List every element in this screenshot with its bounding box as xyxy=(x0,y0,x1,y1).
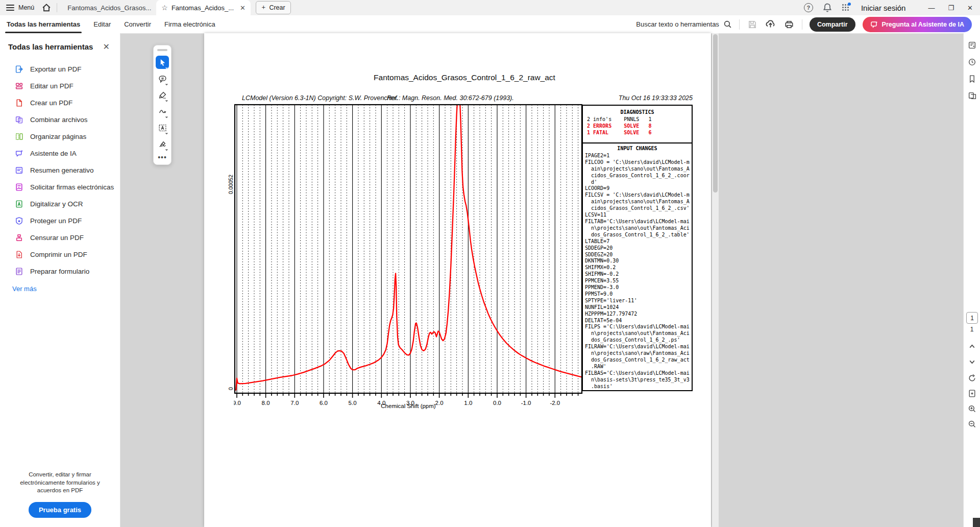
lcmodel-header: LCModel (Version 6.3-1N) Copyright: S.W.… xyxy=(204,94,711,103)
sidebar-item-resumen-generativo[interactable]: Resumen generativo xyxy=(0,162,120,179)
sidebar-item-censurar-un-pdf[interactable]: Censurar un PDF xyxy=(0,229,120,246)
ai-assistant-icon xyxy=(15,149,23,158)
zoom-in-icon[interactable] xyxy=(964,402,980,415)
sidebar-item-crear-un-pdf[interactable]: Crear un PDF xyxy=(0,94,120,111)
comment-tool[interactable] xyxy=(156,72,169,85)
diagnostics-box: DIAGNOSTICS 2 info's PNNLS 12 ERRORS SOL… xyxy=(582,105,693,143)
gen-summary-panel-icon[interactable] xyxy=(964,38,980,52)
cloud-upload-icon[interactable] xyxy=(765,19,776,30)
menu-label[interactable]: Menú xyxy=(18,4,34,11)
sidebar-item-label: Exportar un PDF xyxy=(30,65,82,73)
tab-active-document[interactable]: ☆ Fantomas_Acidos_... ✕ xyxy=(156,0,251,15)
sidebar-item-label: Asistente de IA xyxy=(30,150,77,157)
sidebar-item-combinar-archivos[interactable]: Combinar archivos xyxy=(0,111,120,128)
tool-list: Exportar un PDF Editar un PDF Crear un P… xyxy=(0,61,120,280)
window-close-button[interactable]: ✕ xyxy=(967,4,973,12)
divider xyxy=(802,19,802,30)
rotate-page-icon[interactable] xyxy=(964,371,980,385)
sidebar-item-editar-un-pdf[interactable]: Editar un PDF xyxy=(0,78,120,94)
next-page-chevron-icon[interactable] xyxy=(964,355,980,368)
lcmodel-copyright: LCModel (Version 6.3-1N) Copyright: S.W.… xyxy=(242,94,398,102)
nav-convert[interactable]: Convertir xyxy=(117,15,158,33)
nav-edit[interactable]: Editar xyxy=(87,15,117,33)
fit-page-icon[interactable] xyxy=(964,387,980,400)
menu-icon[interactable] xyxy=(6,5,14,11)
sidebar-item-label: Combinar archivos xyxy=(30,116,88,124)
spectrum-title: Fantomas_Acidos_Grasos_Control_1_6_2_raw… xyxy=(235,73,694,82)
sidebar-close-icon[interactable]: ✕ xyxy=(101,42,112,52)
sidebar-item-label: Censurar un PDF xyxy=(30,234,84,242)
zoom-out-icon[interactable] xyxy=(964,417,980,430)
comments-panel-icon[interactable] xyxy=(964,55,980,68)
protect-pdf-icon xyxy=(15,217,23,225)
title-bar: Menú Fantomas_Acidos_Grasos... ☆ Fantoma… xyxy=(0,0,980,15)
window-minimize-button[interactable]: — xyxy=(928,4,935,12)
select-tool[interactable] xyxy=(156,56,169,69)
text-select-tool[interactable] xyxy=(156,121,169,134)
sidebar-item-solicitar-firmas-electronicas[interactable]: Solicitar firmas electrónicas xyxy=(0,179,120,196)
diagnostics-title: DIAGNOSTICS xyxy=(583,109,692,115)
edit-pdf-icon xyxy=(15,82,23,90)
ai-chat-icon xyxy=(870,20,878,29)
sidebar-title: Todas las herramientas xyxy=(8,42,93,51)
request-signatures-icon xyxy=(15,183,23,191)
sidebar-item-label: Crear un PDF xyxy=(30,99,72,107)
bookmarks-panel-icon[interactable] xyxy=(964,72,980,85)
help-icon[interactable]: ? xyxy=(804,3,813,12)
nav-all-tools[interactable]: Todas las herramientas xyxy=(0,15,87,33)
divider xyxy=(57,3,57,12)
sign-in-button[interactable]: Iniciar sesión xyxy=(861,4,906,12)
prepare-form-icon xyxy=(15,267,23,276)
ai-assistant-button[interactable]: Pregunta al Asistente de IA xyxy=(863,17,972,32)
sidebar-item-comprimir-un-pdf[interactable]: Comprimir un PDF xyxy=(0,246,120,263)
input-changes-box: INPUT CHANGES IPAGE2=1 FILCOO = 'C:\User… xyxy=(582,142,693,391)
sidebar-item-organizar-paginas[interactable]: Organizar páginas xyxy=(0,128,120,145)
y-axis-max-label: 0.00052 xyxy=(228,169,234,200)
diagnostics-rows: 2 info's PNNLS 12 ERRORS SOLVE 81 FATAL … xyxy=(583,116,692,136)
sidebar-item-proteger-un-pdf[interactable]: Proteger un PDF xyxy=(0,212,120,229)
print-icon[interactable] xyxy=(783,19,795,30)
search-input[interactable]: Buscar texto o herramientas xyxy=(636,20,732,29)
star-icon[interactable]: ☆ xyxy=(161,4,168,12)
previous-page-chevron-icon[interactable] xyxy=(964,340,980,353)
share-button[interactable]: Compartir xyxy=(810,17,855,32)
more-tools-icon[interactable]: ••• xyxy=(158,153,167,161)
promo-text: Convertir, editar y firmar electrónicame… xyxy=(9,471,111,495)
current-page-input[interactable]: 1 xyxy=(966,312,978,324)
scrollbar-thumb[interactable] xyxy=(713,34,718,193)
free-trial-button[interactable]: Prueba gratis xyxy=(29,502,91,518)
sidebar-item-digitalizar-y-ocr[interactable]: Digitalizar y OCR xyxy=(0,196,120,212)
home-icon[interactable] xyxy=(41,3,52,13)
sidebar-item-asistente-de-ia[interactable]: Asistente de IA xyxy=(0,145,120,162)
save-icon[interactable] xyxy=(747,19,758,30)
window-restore-button[interactable]: ❐ xyxy=(948,4,954,12)
draw-tool[interactable] xyxy=(156,105,169,118)
see-more-link[interactable]: Ver más xyxy=(12,285,37,293)
spectrum-chart: 9.08.07.06.05.04.03.02.01.00.0-1.0-2.0 xyxy=(234,104,583,410)
create-tab-button[interactable]: ＋ Crear xyxy=(256,1,291,14)
sidebar-item-exportar-un-pdf[interactable]: Exportar un PDF xyxy=(0,61,120,78)
pdf-page: Fantomas_Acidos_Grasos_Control_1_6_2_raw… xyxy=(204,33,711,527)
fill-sign-tool[interactable] xyxy=(156,137,169,151)
y-axis-zero-label: 0 xyxy=(228,373,234,404)
vertical-scrollbar[interactable] xyxy=(712,33,719,527)
divider xyxy=(739,19,740,30)
sidebar-item-preparar-formulario[interactable]: Preparar formulario xyxy=(0,263,120,280)
plus-icon: ＋ xyxy=(260,3,267,12)
palette-drag-handle[interactable] xyxy=(157,49,167,51)
apps-grid-icon[interactable] xyxy=(842,4,850,12)
lcmodel-timestamp: Thu Oct 16 19:33:33 2025 xyxy=(619,94,693,102)
nav-esign[interactable]: Firma electrónica xyxy=(158,15,222,33)
lcmodel-reference: Ref.: Magn. Reson. Med. 30:672-679 (1993… xyxy=(387,94,514,102)
generative-summary-icon xyxy=(15,166,23,175)
tab-background-document[interactable]: Fantomas_Acidos_Grasos... xyxy=(62,0,156,15)
thumbnails-panel-icon[interactable] xyxy=(964,89,980,102)
combine-files-icon xyxy=(15,115,23,124)
organize-pages-icon xyxy=(15,132,23,141)
tools-sidebar: Todas las herramientas ✕ Exportar un PDF… xyxy=(0,33,120,527)
tab-close-icon[interactable]: ✕ xyxy=(240,4,246,12)
highlight-tool[interactable] xyxy=(156,88,169,102)
main-toolbar: Todas las herramientas Editar Convertir … xyxy=(0,15,980,34)
notifications-bell-icon[interactable] xyxy=(822,3,832,13)
corner-widget[interactable] xyxy=(973,518,980,527)
